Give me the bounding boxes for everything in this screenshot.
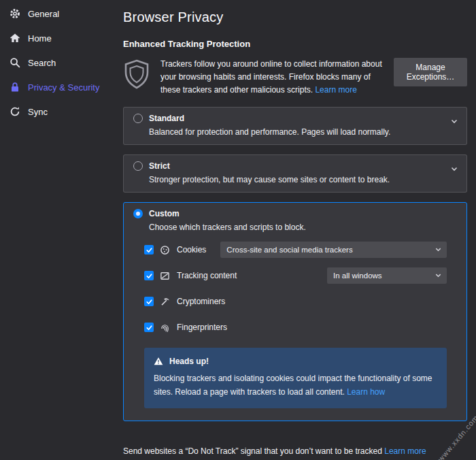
sidebar-item-search[interactable]: Search	[0, 50, 123, 75]
strict-label: Strict	[149, 161, 170, 171]
sidebar-item-label: Home	[28, 33, 52, 44]
sidebar-item-label: General	[28, 9, 59, 19]
etp-learn-more-link[interactable]: Learn more	[315, 85, 356, 95]
tracking-content-icon	[160, 270, 171, 281]
sidebar-item-label: Search	[28, 58, 56, 68]
cookies-checkbox[interactable]	[144, 245, 154, 254]
firefox-preferences-window: General Home Search Privacy & Security S…	[0, 0, 476, 460]
sidebar-item-privacy-security[interactable]: Privacy & Security	[0, 75, 123, 99]
cryptominers-icon	[160, 296, 171, 307]
tracking-content-checkbox[interactable]	[144, 271, 154, 280]
chevron-down-icon	[435, 246, 442, 253]
tracking-content-select[interactable]: In all windows	[327, 267, 447, 284]
fingerprinters-row: Fingerprinters	[144, 319, 447, 335]
standard-radio[interactable]	[133, 114, 143, 123]
strict-option-card[interactable]: Strict Stronger protection, but may caus…	[123, 154, 467, 193]
standard-option-card[interactable]: Standard Balanced for protection and per…	[123, 107, 467, 145]
lock-icon	[10, 82, 20, 93]
warning-text: Blocking trackers and isolating cookies …	[154, 372, 437, 399]
warning-icon	[154, 357, 163, 366]
custom-label: Custom	[149, 209, 180, 218]
tracking-select-value: In all windows	[333, 272, 382, 280]
cookie-icon	[160, 244, 171, 255]
etp-description: Trackers follow you around online to col…	[160, 58, 385, 97]
warning-title: Heads up!	[169, 357, 209, 366]
heads-up-warning: Heads up! Blocking trackers and isolatin…	[144, 348, 447, 408]
custom-option-card[interactable]: Custom Choose which trackers and scripts…	[123, 202, 467, 421]
fingerprinters-checkbox[interactable]	[144, 323, 154, 332]
custom-radio[interactable]	[133, 209, 143, 218]
standard-label: Standard	[149, 114, 184, 123]
tracking-content-row: Tracking content In all windows	[144, 267, 447, 284]
cookies-select[interactable]: Cross-site and social media trackers	[220, 242, 447, 258]
etp-intro: Trackers follow you around online to col…	[123, 58, 467, 97]
etp-heading: Enhanced Tracking Protection	[123, 39, 467, 49]
fingerprinters-label: Fingerprinters	[177, 323, 227, 332]
strict-radio[interactable]	[133, 161, 143, 171]
tracking-content-label: Tracking content	[177, 271, 237, 280]
gear-icon	[10, 8, 20, 19]
cookies-label: Cookies	[177, 245, 206, 254]
strict-description: Stronger protection, but may cause some …	[149, 175, 457, 184]
custom-description: Choose which trackers and scripts to blo…	[149, 223, 457, 232]
cookies-row: Cookies Cross-site and social media trac…	[144, 242, 447, 258]
page-title: Browser Privacy	[123, 10, 467, 25]
cookies-select-value: Cross-site and social media trackers	[226, 246, 352, 254]
learn-how-link[interactable]: Learn how	[347, 387, 385, 397]
sidebar-item-label: Sync	[28, 107, 48, 117]
sidebar-item-label: Privacy & Security	[28, 82, 99, 93]
dnt-label-text: Send websites a “Do Not Track” signal th…	[123, 446, 382, 456]
main-content: Browser Privacy Enhanced Tracking Protec…	[123, 0, 476, 460]
sidebar-item-general[interactable]: General	[0, 1, 123, 26]
cryptominers-label: Cryptominers	[177, 297, 225, 306]
cryptominers-row: Cryptominers	[144, 293, 447, 310]
sidebar: General Home Search Privacy & Security S…	[0, 0, 123, 460]
search-icon	[10, 57, 20, 68]
standard-description: Balanced for protection and performance.…	[149, 127, 457, 137]
sidebar-item-sync[interactable]: Sync	[0, 99, 123, 124]
custom-options-body: Cookies Cross-site and social media trac…	[144, 242, 457, 408]
shield-icon	[123, 58, 152, 97]
chevron-down-icon	[435, 272, 442, 279]
sync-icon	[10, 106, 20, 117]
fingerprinters-icon	[160, 322, 171, 333]
dnt-section: Send websites a “Do Not Track” signal th…	[123, 446, 467, 460]
cryptominers-checkbox[interactable]	[144, 297, 154, 306]
warning-text-body: Blocking trackers and isolating cookies …	[154, 374, 432, 397]
home-icon	[10, 33, 20, 44]
manage-exceptions-button[interactable]: Manage Exceptions…	[394, 58, 467, 86]
dnt-label: Send websites a “Do Not Track” signal th…	[123, 446, 467, 456]
chevron-down-icon[interactable]	[450, 165, 458, 173]
chevron-down-icon[interactable]	[450, 117, 458, 125]
sidebar-item-home[interactable]: Home	[0, 26, 123, 50]
dnt-learn-more-link[interactable]: Learn more	[384, 446, 426, 456]
